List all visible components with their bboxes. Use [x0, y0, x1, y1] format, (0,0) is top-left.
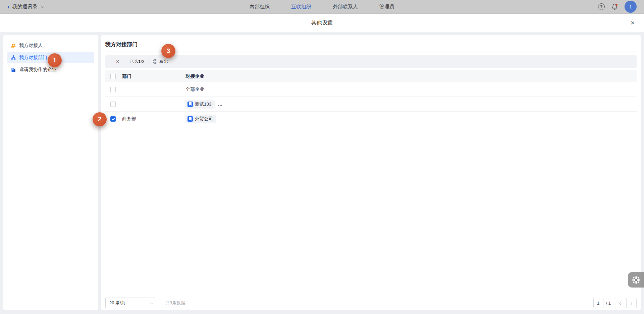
avatar[interactable]: 1 [625, 1, 637, 13]
gear-tools-icon [632, 275, 641, 285]
company-tag-label: 测试133 [195, 101, 212, 107]
table-row: 测试133 … [105, 97, 637, 112]
total-count-text: 共3条数据 [165, 300, 185, 306]
settings-gear-button[interactable] [628, 272, 644, 288]
page-title: 我方对接部门 [105, 41, 637, 48]
table-header-row: 部门 对接企业 [105, 70, 637, 82]
table-row: 商务部 外贸公司 [105, 112, 637, 126]
topbar-actions: ? 1 [598, 1, 637, 13]
page-total-text: / 1 [606, 301, 611, 306]
topbar: ‹ 我的通讯录 内部组织 互联组织 外部联系人 管理员 ? 1 [0, 0, 644, 14]
annotation-step-3: 3 [161, 44, 175, 58]
departments-panel: 我方对接部门 × 已选1/3 移出 部门 对接企业 全部 [101, 35, 641, 310]
department-name: 商务部 [122, 116, 185, 122]
sidebar-item-label: 我方对接部门 [19, 55, 47, 61]
company-tag-label: 外贸公司 [195, 116, 213, 122]
tab-connected-org[interactable]: 互联组织 [291, 4, 311, 10]
column-header-department: 部门 [122, 73, 185, 79]
table-footer: 20 条/页 共3条数据 1 / 1 ‹ › [105, 298, 637, 308]
select-all-checkbox[interactable] [110, 74, 116, 79]
row-checkbox[interactable] [110, 87, 116, 92]
org-tree-icon [11, 55, 16, 60]
modal-header: 其他设置 × [0, 14, 644, 32]
footer-divider [161, 299, 161, 307]
page-number-input[interactable]: 1 [593, 298, 603, 308]
help-icon[interactable]: ? [598, 3, 605, 10]
tab-internal-org[interactable]: 内部组织 [250, 4, 270, 10]
chevron-down-icon [41, 5, 44, 8]
toolbar-divider [149, 59, 149, 64]
departments-table: 部门 对接企业 全部企业 测试133 [105, 70, 637, 126]
company-tag[interactable]: 外贸公司 [185, 115, 216, 123]
people-icon [11, 43, 16, 48]
back-chevron-icon: ‹ [7, 3, 10, 10]
topbar-tabs: 内部组织 互联组织 外部联系人 管理员 [250, 0, 394, 14]
back-navigation[interactable]: ‹ 我的通讯录 [7, 4, 43, 10]
selected-total: /3 [141, 59, 145, 64]
bookmark-icon [187, 116, 193, 122]
clear-selection-icon[interactable]: × [116, 59, 119, 64]
page-size-value: 20 条/页 [109, 300, 125, 306]
table-row: 全部企业 [105, 82, 637, 97]
modal-title: 其他设置 [311, 19, 333, 26]
settings-sidebar: 我方对接人 我方对接部门 [3, 35, 98, 310]
chevron-down-icon [150, 301, 153, 304]
company-link[interactable]: 全部企业 [185, 86, 204, 92]
enterprise-icon [11, 67, 16, 72]
bookmark-icon [187, 102, 193, 107]
remove-label: 移出 [159, 59, 168, 65]
selected-count-text: 已选1/3 [129, 59, 144, 65]
tab-external-contacts[interactable]: 外部联系人 [333, 4, 358, 10]
notification-bell-icon[interactable] [611, 3, 618, 10]
remove-circle-icon [153, 59, 157, 64]
tab-admin[interactable]: 管理员 [379, 4, 394, 10]
close-icon[interactable]: × [631, 19, 635, 26]
selected-prefix: 已选 [129, 59, 138, 64]
address-book-title: 我的通讯录 [12, 4, 38, 10]
modal-body: 我方对接人 我方对接部门 [0, 32, 644, 314]
more-companies-ellipsis[interactable]: … [218, 102, 223, 107]
sidebar-item-label: 邀请我协作的企业 [19, 67, 57, 73]
row-checkbox[interactable] [110, 102, 116, 107]
prev-page-button[interactable]: ‹ [615, 298, 625, 308]
sidebar-item-label: 我方对接人 [19, 43, 43, 49]
next-page-button[interactable]: › [626, 298, 637, 308]
page-size-select[interactable]: 20 条/页 [105, 298, 156, 308]
row-checkbox[interactable] [110, 116, 116, 122]
company-tag[interactable]: 测试133 [185, 100, 215, 109]
selected-count: 1 [138, 59, 141, 64]
annotation-step-1: 1 [48, 53, 62, 67]
selection-toolbar: × 已选1/3 移出 [105, 55, 637, 68]
annotation-step-2: 2 [93, 112, 107, 126]
column-header-company: 对接企业 [185, 73, 637, 79]
sidebar-item-our-contacts[interactable]: 我方对接人 [7, 40, 94, 51]
title-divider [105, 52, 637, 52]
remove-button[interactable]: 移出 [153, 59, 168, 65]
